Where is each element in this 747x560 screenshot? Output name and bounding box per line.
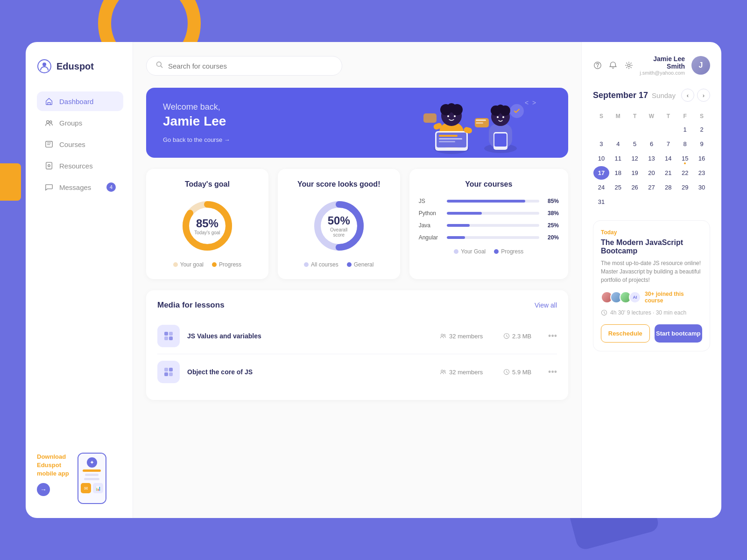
cal-day-8[interactable]: 8 (677, 137, 693, 151)
cal-day-12[interactable]: 12 (627, 152, 643, 165)
settings-button[interactable] (624, 57, 633, 74)
sidebar-item-messages[interactable]: Messages 4 (37, 177, 123, 197)
sidebar-download: Download Eduspot mobile app → ✦ (37, 443, 123, 504)
main-content: Welcome back, Jamie Lee Go back to the c… (133, 42, 581, 518)
cal-day-19[interactable]: 19 (627, 166, 643, 180)
phone-line-1 (83, 469, 100, 472)
cal-day-18[interactable]: 18 (610, 166, 626, 180)
goal-donut: 85% Today's goal (179, 198, 235, 254)
sidebar-item-resources[interactable]: Resources (37, 156, 123, 175)
cal-day-25[interactable]: 25 (610, 181, 626, 194)
legend-courses-progress: Progress (494, 248, 523, 255)
media-more-1[interactable]: ••• (548, 331, 557, 341)
svg-point-13 (447, 103, 456, 112)
cal-next-button[interactable]: › (697, 89, 710, 102)
notifications-button[interactable] (608, 57, 617, 74)
reschedule-button[interactable]: Reschedule (601, 324, 650, 343)
cal-day-name: Sunday (652, 91, 676, 99)
bg-decoration-bar (0, 163, 21, 201)
svg-rect-36 (423, 113, 437, 123)
nav-label-resources: Resources (59, 162, 93, 170)
svg-rect-4 (46, 141, 52, 147)
stats-row: Today's goal 85% Today's goal (146, 169, 568, 279)
media-size-2: 5.9 MB (503, 369, 541, 376)
svg-rect-32 (494, 133, 507, 147)
legend-dot-all (304, 262, 309, 267)
cal-day-3[interactable]: 3 (593, 137, 609, 151)
cal-day-26[interactable]: 26 (627, 181, 643, 194)
cal-day-17-today[interactable]: 17 (593, 166, 609, 180)
cal-day-5[interactable]: 5 (627, 137, 643, 151)
sidebar-item-courses[interactable]: Courses (37, 134, 123, 154)
cal-day-23[interactable]: 23 (694, 166, 710, 180)
score-donut-label: 50% Ovearall score (325, 214, 353, 238)
cal-day-6[interactable]: 6 (644, 137, 660, 151)
sidebar: Eduspot Dashboard Groups (26, 42, 133, 518)
course-card-desc: The most up-to-date JS resource online! … (601, 259, 702, 284)
help-button[interactable] (593, 57, 602, 74)
cal-day-4[interactable]: 4 (610, 137, 626, 151)
prog-bg-python (447, 212, 539, 215)
cal-day-10[interactable]: 10 (593, 152, 609, 165)
cal-day-24[interactable]: 24 (593, 181, 609, 194)
cal-day-31[interactable]: 31 (593, 195, 609, 209)
start-bootcamp-button[interactable]: Start bootcamp (655, 324, 703, 343)
app-name: Eduspot (56, 61, 94, 72)
legend-dot-goal (173, 262, 178, 267)
svg-point-48 (441, 334, 443, 336)
cal-day-30[interactable]: 30 (694, 181, 710, 194)
cal-day-9[interactable]: 9 (694, 137, 710, 151)
home-icon (44, 97, 54, 106)
messages-icon (44, 182, 54, 192)
svg-point-29 (497, 116, 499, 118)
svg-rect-47 (169, 336, 173, 340)
view-all-link[interactable]: View all (535, 301, 557, 309)
logo-icon (37, 59, 52, 74)
courses-progress-list: JS 85% Python 38% (419, 198, 559, 241)
cal-day-13[interactable]: 13 (644, 152, 660, 165)
cal-day-2[interactable]: 2 (694, 123, 710, 136)
media-thumb-2 (157, 361, 180, 383)
legend-dot-progress (212, 262, 217, 267)
cal-header: September 17 Sunday ‹ › (593, 89, 710, 102)
cal-empty-2 (610, 123, 626, 136)
media-more-2[interactable]: ••• (548, 367, 557, 377)
cal-day-20[interactable]: 20 (644, 166, 660, 180)
welcome-banner: Welcome back, Jamie Lee Go back to the c… (146, 88, 568, 158)
svg-rect-45 (169, 332, 173, 336)
cal-day-1[interactable]: 1 (677, 123, 693, 136)
svg-point-55 (441, 370, 443, 372)
cal-dow-f: F (677, 110, 693, 122)
cal-day-14[interactable]: 14 (660, 152, 676, 165)
cal-day-11[interactable]: 11 (610, 152, 626, 165)
sidebar-item-dashboard[interactable]: Dashboard (37, 91, 123, 111)
search-input[interactable] (168, 62, 332, 70)
score-legend: All courses General (287, 261, 391, 268)
cal-prev-button[interactable]: ‹ (681, 89, 694, 102)
cal-day-21[interactable]: 21 (660, 166, 676, 180)
cal-day-27[interactable]: 27 (644, 181, 660, 194)
svg-rect-34 (476, 119, 486, 121)
svg-point-14 (447, 115, 449, 117)
cal-empty-1 (593, 123, 609, 136)
courses-card: Your courses JS 85% Python (409, 169, 568, 279)
phone-line-2 (85, 474, 99, 476)
cal-day-15[interactable]: 15 (677, 152, 693, 165)
cal-nav: ‹ › (681, 89, 710, 102)
media-thumb-1 (157, 325, 180, 347)
cal-dow-t2: T (660, 110, 677, 122)
course-prog-java: Java 25% (419, 222, 559, 229)
sidebar-item-groups[interactable]: Groups (37, 113, 123, 133)
cal-day-7[interactable]: 7 (660, 137, 676, 151)
nav-label-courses: Courses (59, 140, 85, 148)
cal-day-22[interactable]: 22 (677, 166, 693, 180)
cal-day-29[interactable]: 29 (677, 181, 693, 194)
search-bar[interactable] (146, 56, 342, 76)
cal-day-16[interactable]: 16 (694, 152, 710, 165)
cal-day-28[interactable]: 28 (660, 181, 676, 194)
goal-card: Today's goal 85% Today's goal (146, 169, 268, 279)
course-meta: 4h 30' 9 lectures · 30 min each (601, 309, 702, 316)
main-card: Eduspot Dashboard Groups (26, 42, 721, 518)
nav-label-dashboard: Dashboard (59, 98, 93, 105)
download-arrow-button[interactable]: → (37, 483, 50, 496)
